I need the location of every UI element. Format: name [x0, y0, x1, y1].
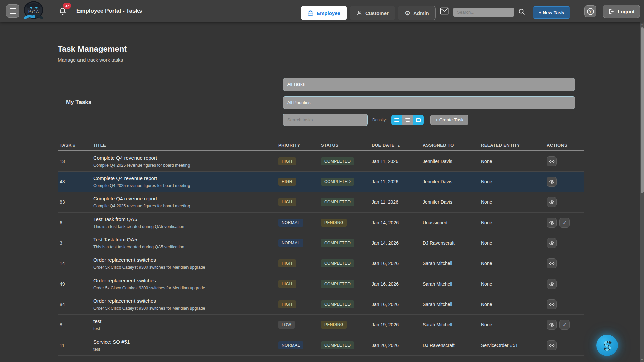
priority-filter-select[interactable]: All Priorities [283, 96, 575, 109]
task-title: Complete Q4 revenue report [93, 196, 278, 201]
priority-badge: NORMAL [278, 219, 303, 227]
menu-button[interactable] [6, 4, 19, 18]
view-task-button[interactable] [547, 197, 557, 207]
priority-badge: HIGH [278, 198, 296, 206]
table-row[interactable]: 11Service: SO #51testNORMALCOMPLETEDJan … [58, 335, 584, 356]
portal-tabs: Employee Customer ⚙ Admin [301, 6, 436, 20]
task-description: Compile Q4 2025 revenue figures for boar… [93, 163, 278, 168]
task-title-cell: Order replacement switchesOrder 5x Cisco… [93, 278, 278, 290]
due-date: Jan 16, 2026 [372, 302, 423, 307]
table-row[interactable]: 6Test Task from QA5This is a test task c… [58, 213, 584, 233]
density-comfortable-button[interactable] [402, 115, 413, 125]
tab-label: Employee [317, 10, 340, 16]
scroll-down-icon[interactable]: ▼ [640, 359, 644, 361]
table-row[interactable]: 84Order replacement switchesOrder 5x Cis… [58, 294, 584, 315]
actions-cell: ✓ [547, 320, 584, 330]
actions-cell [547, 156, 584, 166]
scrollbar-thumb[interactable] [641, 27, 644, 193]
task-description: Order 5x Cisco Catalyst 9300 switches fo… [93, 306, 278, 311]
column-header-actions[interactable]: ACTIONS [547, 143, 584, 148]
priority-cell: NORMAL [278, 341, 321, 349]
view-task-button[interactable] [547, 299, 557, 309]
column-header-due-date[interactable]: DUE DATE▲ [372, 143, 423, 148]
new-task-button[interactable]: + New Task [533, 6, 570, 19]
scroll-up-icon[interactable]: ▲ [640, 23, 644, 25]
related-entity: None [481, 302, 547, 307]
priority-cell: HIGH [278, 259, 321, 267]
assigned-to: Sarah Mitchell [423, 281, 481, 287]
view-task-button[interactable] [547, 279, 557, 289]
page-title: Task Management [58, 44, 127, 54]
snake-mascot-icon [598, 337, 616, 354]
related-entity: ServiceOrder #51 [481, 343, 547, 348]
tab-customer[interactable]: Customer [350, 6, 395, 20]
actions-cell [547, 340, 584, 350]
gear-icon: ⚙ [405, 10, 410, 16]
table-row[interactable]: 49Order replacement switchesOrder 5x Cis… [58, 274, 584, 294]
table-row[interactable]: 13Complete Q4 revenue reportCompile Q4 2… [58, 151, 584, 172]
due-date: Jan 16, 2026 [372, 261, 423, 266]
view-task-button[interactable] [547, 320, 557, 330]
actions-cell [547, 299, 584, 309]
status-badge: COMPLETED [321, 157, 354, 165]
due-date: Jan 14, 2026 [372, 240, 423, 246]
task-number: 6 [60, 220, 93, 225]
complete-task-button[interactable]: ✓ [559, 218, 570, 228]
create-task-button[interactable]: + Create Task [430, 115, 468, 125]
help-button[interactable]: ? [584, 5, 596, 17]
vertical-scrollbar[interactable]: ▲ ▼ [640, 22, 644, 362]
column-header-title[interactable]: TITLE [93, 143, 278, 148]
actions-cell [547, 177, 584, 187]
task-search-input[interactable] [283, 114, 368, 126]
eye-icon [549, 199, 555, 205]
floating-action-button[interactable] [596, 335, 618, 356]
status-cell: PENDING [321, 321, 372, 329]
priority-badge: HIGH [278, 259, 296, 267]
task-filter-select[interactable]: All Tasks [283, 78, 575, 91]
column-header-related-entity[interactable]: RELATED ENTITY [481, 143, 547, 148]
tab-employee[interactable]: Employee [301, 6, 347, 20]
view-task-button[interactable] [547, 156, 557, 166]
column-header-priority[interactable]: PRIORITY [278, 143, 321, 148]
view-task-button[interactable] [547, 340, 557, 350]
priority-badge: HIGH [278, 300, 296, 308]
column-header-task-number[interactable]: TASK # [60, 143, 93, 148]
table-row[interactable]: 3Test Task from QA5This is a test task c… [58, 233, 584, 253]
table-row[interactable]: test [58, 356, 584, 362]
logout-button[interactable]: Logout [603, 5, 640, 18]
table-row[interactable]: 14Order replacement switchesOrder 5x Cis… [58, 253, 584, 274]
status-cell: COMPLETED [321, 157, 372, 165]
status-badge: COMPLETED [321, 341, 354, 349]
table-row[interactable]: 83Complete Q4 revenue reportCompile Q4 2… [58, 192, 584, 213]
table-row[interactable]: 48Complete Q4 revenue reportCompile Q4 2… [58, 172, 584, 192]
task-number: 83 [60, 199, 93, 205]
search-icon[interactable] [518, 8, 526, 16]
view-task-button[interactable] [547, 258, 557, 268]
complete-task-button[interactable]: ✓ [559, 320, 570, 330]
assigned-to: Sarah Mitchell [423, 261, 481, 266]
column-header-assigned-to[interactable]: ASSIGNED TO [423, 143, 481, 148]
table-row[interactable]: 8testtestLOWPENDINGJan 19, 2026Sarah Mit… [58, 315, 584, 335]
column-header-status[interactable]: STATUS [321, 143, 372, 148]
tab-admin[interactable]: ⚙ Admin [398, 6, 436, 20]
assigned-to: Jennifer Davis [423, 199, 481, 205]
related-entity: None [481, 159, 547, 164]
density-compact-button[interactable] [391, 115, 402, 125]
task-description: Order 5x Cisco Catalyst 9300 switches fo… [93, 265, 278, 270]
task-description: test [93, 347, 278, 352]
due-date: Jan 11, 2026 [372, 199, 423, 205]
priority-badge: NORMAL [278, 239, 303, 247]
task-title-cell: Test Task from QA5This is a test task cr… [93, 216, 278, 229]
mail-icon[interactable] [440, 7, 449, 15]
assigned-to: Sarah Mitchell [423, 302, 481, 307]
global-search-input[interactable] [453, 8, 514, 17]
view-task-button[interactable] [547, 238, 557, 248]
priority-badge: LOW [278, 321, 295, 329]
task-title: Complete Q4 revenue report [93, 175, 278, 181]
view-task-button[interactable] [547, 218, 557, 228]
status-cell: COMPLETED [321, 178, 372, 186]
view-task-button[interactable] [547, 177, 557, 187]
eye-icon [549, 281, 555, 287]
density-expanded-button[interactable] [413, 115, 424, 125]
task-number: 49 [60, 281, 93, 287]
